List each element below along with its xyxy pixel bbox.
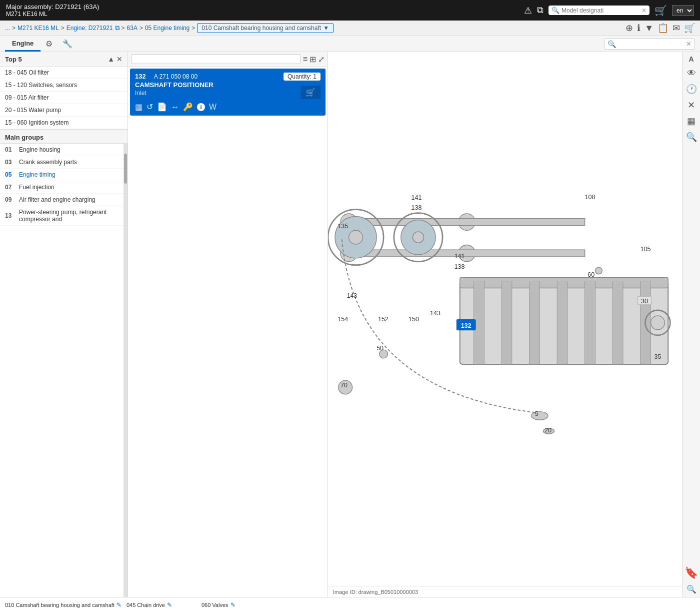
right-icon-zoom-out[interactable]: 🔍 bbox=[686, 584, 696, 594]
grid-view-icon[interactable]: ⊞ bbox=[310, 55, 316, 64]
part-quantity-badge: Quantity: 1 bbox=[284, 73, 320, 81]
header-right: ⚠ ⧉ 🔍 ✕ 🛒 en de bbox=[524, 5, 694, 17]
group-07[interactable]: 07 Fuel injection bbox=[0, 181, 124, 194]
top5-section: Top 5 ▲ ✕ 18 - 045 Oil filter 15 - 120 S… bbox=[0, 52, 128, 130]
part-refresh-icon[interactable]: ↺ bbox=[146, 102, 153, 112]
breadcrumb-sep-3: > bbox=[122, 25, 125, 32]
search-clear-button[interactable]: ✕ bbox=[642, 7, 646, 14]
thumb-edit-icon-1[interactable]: ✎ bbox=[116, 601, 122, 608]
group-09[interactable]: 09 Air filter and engine charging bbox=[0, 194, 124, 206]
part-arrow-icon[interactable]: ↔ bbox=[171, 103, 179, 112]
top5-header: Top 5 ▲ ✕ bbox=[0, 52, 128, 67]
top5-item-3[interactable]: 09 - 015 Air filter bbox=[0, 92, 128, 104]
print-icon[interactable]: 📋 bbox=[658, 23, 668, 34]
svg-rect-15 bbox=[502, 281, 512, 365]
warning-icon[interactable]: ⚠ bbox=[524, 5, 532, 16]
email-icon[interactable]: ✉ bbox=[672, 23, 680, 34]
thumb-label-2[interactable]: 045 Chain drive ✎ bbox=[126, 601, 172, 608]
expand-view-icon[interactable]: ⤢ bbox=[318, 55, 324, 64]
svg-point-23 bbox=[595, 267, 602, 274]
right-icon-eye[interactable]: 👁 bbox=[687, 68, 696, 79]
thumb-label-3[interactable]: 060 Valves ✎ bbox=[202, 601, 236, 608]
thumb-edit-icon-2[interactable]: ✎ bbox=[167, 601, 172, 608]
right-icon-bookmark[interactable]: 🔖 bbox=[684, 566, 698, 579]
sidebar-scrollbar[interactable] bbox=[124, 144, 128, 597]
breadcrumb-sep-5: > bbox=[192, 25, 195, 32]
breadcrumb-m271[interactable]: M271 KE16 ML bbox=[18, 25, 59, 32]
part-item-left: 132 A 271 050 08 00 CAMSHAFT POSITIONER … bbox=[135, 73, 214, 97]
tab-wrench-icon[interactable]: 🔧 bbox=[58, 36, 78, 52]
part-document-icon[interactable]: 📄 bbox=[157, 102, 167, 112]
parts-search-input[interactable] bbox=[134, 56, 298, 63]
info-icon[interactable]: ℹ bbox=[637, 23, 640, 34]
right-icon-history[interactable]: 🕐 bbox=[686, 84, 697, 95]
svg-text:35: 35 bbox=[654, 353, 661, 360]
svg-point-25 bbox=[651, 316, 665, 330]
toolbar-cart-icon[interactable]: 🛒 bbox=[684, 23, 695, 34]
part-actions: ▦ ↺ 📄 ↔ 🔑 i W bbox=[135, 102, 320, 112]
group-05[interactable]: 05 Engine timing bbox=[0, 169, 124, 181]
group-03[interactable]: 03 Crank assembly parts bbox=[0, 156, 124, 169]
breadcrumb-63a[interactable]: 63A bbox=[127, 25, 138, 32]
svg-point-11 bbox=[412, 232, 424, 243]
add-to-cart-button[interactable]: 🛒 bbox=[300, 86, 320, 99]
top5-item-5[interactable]: 15 - 060 Ignition system bbox=[0, 117, 128, 129]
cart-icon[interactable]: 🛒 bbox=[654, 5, 667, 17]
right-icon-zoom-in[interactable]: 🔍 bbox=[686, 132, 697, 143]
part-sub: Inlet bbox=[135, 90, 214, 97]
top5-item-1[interactable]: 18 - 045 Oil filter bbox=[0, 67, 128, 79]
breadcrumb-engine-timing[interactable]: 05 Engine timing bbox=[145, 25, 190, 32]
group-09-num: 09 bbox=[5, 196, 15, 203]
top5-close-icon[interactable]: ✕ bbox=[116, 55, 122, 63]
copy-icon[interactable]: ⧉ bbox=[537, 5, 544, 16]
svg-text:60: 60 bbox=[588, 271, 594, 278]
header-subtitle: M271 KE16 ML bbox=[6, 11, 99, 18]
right-icon-a[interactable]: A bbox=[688, 55, 694, 63]
tab-engine[interactable]: Engine bbox=[5, 37, 40, 52]
group-05-num: 05 bbox=[5, 171, 15, 178]
group-13[interactable]: 13 Power-steering pump, refrigerant comp… bbox=[0, 206, 124, 226]
thumb-label-1-text: 010 Camshaft bearing housing and camshaf… bbox=[5, 602, 114, 608]
top5-collapse-icon[interactable]: ▲ bbox=[108, 55, 114, 63]
svg-text:141: 141 bbox=[454, 253, 465, 260]
bottom-section: 010 Camshaft bearing housing and camshaf… bbox=[0, 597, 700, 610]
breadcrumb-active-dropdown[interactable]: 010 Camshaft bearing housing and camshaf… bbox=[197, 23, 334, 33]
thumb-label-3-text: 060 Valves bbox=[202, 602, 228, 608]
top5-item-4[interactable]: 20 - 015 Water pump bbox=[0, 104, 128, 117]
thumb-item-3: 060 Valves ✎ bbox=[202, 601, 272, 610]
svg-text:5: 5 bbox=[535, 410, 538, 417]
svg-text:132: 132 bbox=[461, 322, 472, 329]
group-09-label: Air filter and engine charging bbox=[19, 196, 96, 203]
breadcrumb-engine[interactable]: Engine: D271921 bbox=[66, 25, 113, 32]
model-search-box: 🔍 ✕ bbox=[548, 6, 650, 15]
list-view-icon[interactable]: ≡ bbox=[303, 55, 308, 64]
part-key-icon[interactable]: 🔑 bbox=[183, 102, 193, 112]
svg-rect-18 bbox=[585, 281, 596, 365]
group-13-label: Power-steering pump, refrigerant compres… bbox=[19, 209, 118, 223]
top5-item-2[interactable]: 15 - 120 Switches, sensors bbox=[0, 79, 128, 92]
tab-search-input[interactable] bbox=[616, 41, 686, 48]
part-wiki-icon[interactable]: W bbox=[209, 103, 216, 112]
thumb-edit-icon-3[interactable]: ✎ bbox=[230, 601, 236, 608]
tab-bar: Engine ⚙ 🔧 🔍 ✕ bbox=[0, 36, 700, 52]
thumb-label-1[interactable]: 010 Camshaft bearing housing and camshaf… bbox=[5, 601, 122, 608]
tab-search-clear[interactable]: ✕ bbox=[686, 40, 692, 48]
svg-text:143: 143 bbox=[346, 292, 357, 299]
quantity-value: 1 bbox=[313, 73, 316, 80]
tab-search-box: 🔍 ✕ bbox=[604, 39, 695, 50]
sidebar: Top 5 ▲ ✕ 18 - 045 Oil filter 15 - 120 S… bbox=[0, 52, 128, 597]
right-icon-close[interactable]: ✕ bbox=[688, 100, 695, 111]
tab-gear-icon[interactable]: ⚙ bbox=[40, 36, 58, 52]
part-info-icon[interactable]: i bbox=[197, 103, 205, 111]
model-search-input[interactable] bbox=[562, 7, 642, 14]
language-select[interactable]: en de bbox=[672, 5, 694, 16]
zoom-in-icon[interactable]: ⊕ bbox=[626, 23, 633, 34]
group-01[interactable]: 01 Engine housing bbox=[0, 144, 124, 156]
breadcrumb-dots[interactable]: ... bbox=[5, 25, 10, 32]
engine-copy-icon[interactable]: ⧉ bbox=[115, 24, 120, 32]
filter-icon[interactable]: ▼ bbox=[644, 23, 654, 34]
search-icon: 🔍 bbox=[552, 7, 560, 14]
part-table-icon[interactable]: ▦ bbox=[135, 102, 142, 112]
right-icon-grid[interactable]: ▦ bbox=[687, 116, 696, 127]
svg-text:108: 108 bbox=[585, 194, 596, 201]
